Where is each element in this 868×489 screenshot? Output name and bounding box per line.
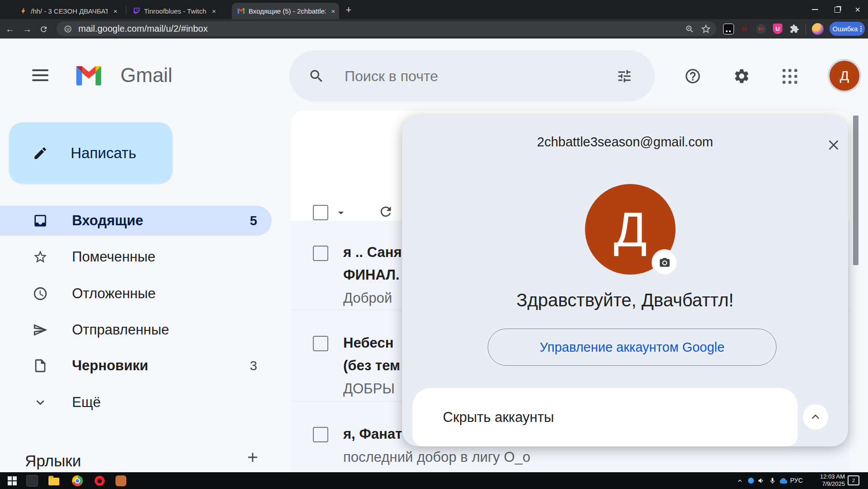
collapse-accounts-button[interactable]	[803, 404, 828, 430]
url-text[interactable]: mail.google.com/mail/u/2/#inbox	[78, 24, 208, 34]
site-info-icon[interactable]	[64, 25, 72, 33]
lightning-icon	[19, 7, 27, 15]
chrome-icon[interactable]	[71, 474, 83, 487]
sidebar-item-snoozed[interactable]: Отложенные	[0, 279, 272, 309]
select-all-checkbox[interactable]	[313, 205, 328, 220]
close-icon[interactable]: ×	[329, 7, 337, 15]
sidebar-item-label: Отправленные	[72, 322, 169, 338]
window-minimize-button[interactable]	[805, 0, 825, 19]
email-checkbox[interactable]	[313, 336, 328, 351]
change-photo-camera-icon[interactable]	[652, 249, 678, 276]
gmail-wordmark: Gmail	[120, 64, 173, 87]
account-avatar[interactable]: Д	[830, 61, 859, 91]
extension-icon-4[interactable]: U	[772, 23, 784, 35]
sidebar-item-inbox[interactable]: Входящие 5	[0, 206, 272, 236]
hide-accounts-label: Скрыть аккаунты	[443, 409, 554, 426]
file-explorer-icon[interactable]	[48, 474, 60, 487]
url-bar[interactable]: mail.google.com/mail/u/2/#inbox	[57, 21, 716, 36]
start-button-icon[interactable]	[6, 474, 18, 487]
main-menu-icon[interactable]	[32, 69, 48, 82]
windows-taskbar: РУС 12:03 AM 7/9/2025 2	[0, 472, 868, 489]
compose-label: Написать	[71, 145, 136, 162]
tab-title: Tinroofblues - Twitch	[144, 7, 206, 15]
popup-greeting: Здравствуйте, Двачбаттл!	[402, 290, 848, 310]
browser-tab-active[interactable]: Входящие (5) - 2chbattle3seas ×	[232, 3, 339, 19]
tab-separator	[126, 5, 126, 15]
browser-error-menu-button[interactable]: Ошибка	[830, 22, 865, 36]
settings-gear-icon[interactable]	[726, 60, 758, 92]
new-tab-button[interactable]: +	[343, 4, 355, 16]
microphone-icon[interactable]	[766, 474, 778, 487]
notification-badge: 2	[852, 478, 855, 483]
email-snippet: ДОБРЫ	[343, 381, 395, 397]
reload-icon[interactable]	[36, 22, 51, 36]
extension-icon-2[interactable]	[738, 23, 750, 35]
sidebar-item-sent[interactable]: Отправленные	[0, 315, 272, 345]
tab-title: Входящие (5) - 2chbattle3seas	[249, 7, 326, 15]
opera-icon[interactable]	[93, 474, 106, 487]
browser-tabstrip: /hh/ - 3 СЕЗОН ДВАЧБАТЛА тр × Tinroofblu…	[0, 0, 868, 19]
email-checkbox[interactable]	[313, 246, 328, 261]
browser-tab-1[interactable]: /hh/ - 3 СЕЗОН ДВАЧБАТЛА тр ×	[15, 3, 123, 19]
search-bar[interactable]	[289, 50, 655, 102]
browser-tab-2[interactable]: Tinroofblues - Twitch ×	[129, 3, 228, 19]
compose-button[interactable]: Написать	[9, 122, 173, 184]
window-restore-button[interactable]	[827, 0, 848, 19]
toolbar-separator	[806, 24, 806, 34]
sidebar-item-more[interactable]: Ещё	[0, 387, 272, 417]
add-label-button[interactable]	[243, 447, 263, 467]
google-apps-grid-icon[interactable]	[774, 60, 806, 92]
bookmark-star-icon[interactable]	[701, 24, 710, 34]
gmail-page: Gmail Д Написать Вхо	[0, 39, 868, 472]
browser-profile-avatar[interactable]	[811, 23, 824, 35]
select-dropdown-icon[interactable]	[337, 209, 345, 218]
plus-icon	[245, 450, 260, 465]
hide-accounts-button[interactable]: Скрыть аккаунты	[412, 388, 798, 446]
error-label: Ошибка	[833, 25, 858, 33]
manage-account-button[interactable]: Управление аккаунтом Google	[488, 329, 777, 366]
volume-icon[interactable]	[755, 474, 767, 487]
clock-time: 12:03 AM	[810, 473, 845, 480]
back-icon[interactable]: ←	[3, 22, 17, 36]
email-checkbox[interactable]	[313, 427, 328, 442]
sidebar-item-count: 3	[250, 358, 257, 373]
gmail-favicon	[237, 8, 245, 14]
taskbar-clock[interactable]: 12:03 AM 7/9/2025	[810, 473, 845, 488]
star-icon	[33, 249, 48, 265]
extension-icon-1[interactable]	[722, 23, 734, 35]
refresh-icon[interactable]	[378, 204, 393, 221]
sidebar-item-label: Ещё	[72, 394, 101, 411]
account-email: 2chbattle3season@gmail.com	[402, 135, 848, 150]
send-icon	[33, 322, 48, 338]
sidebar-item-starred[interactable]: Помеченные	[0, 242, 272, 272]
notification-center-icon[interactable]: 2	[848, 475, 859, 485]
email-sender: Небесн	[343, 335, 393, 351]
cloud-sync-icon[interactable]	[777, 474, 789, 487]
taskbar-app-orange-icon[interactable]	[115, 474, 127, 487]
zoom-icon[interactable]	[685, 24, 694, 34]
twitch-icon	[133, 7, 140, 15]
search-input[interactable]	[344, 50, 581, 102]
email-sender: я .. Саня	[343, 244, 402, 261]
chevron-up-icon	[810, 411, 821, 423]
email-sender: я, Фанат	[343, 426, 402, 442]
window-close-button[interactable]: ×	[847, 0, 868, 19]
forward-icon[interactable]: →	[20, 22, 34, 36]
close-icon[interactable]: ×	[111, 7, 120, 15]
search-options-icon[interactable]	[616, 68, 633, 86]
taskbar-app-dark-icon[interactable]	[26, 474, 38, 487]
search-icon[interactable]	[308, 68, 325, 86]
scrollbar-thumb[interactable]	[853, 116, 858, 265]
extensions-puzzle-icon[interactable]	[788, 23, 801, 35]
clock-date: 7/9/2025	[810, 480, 845, 488]
sidebar-item-count: 5	[250, 213, 257, 228]
language-indicator[interactable]: РУС	[790, 477, 803, 484]
close-icon[interactable]: ×	[210, 7, 218, 15]
help-icon[interactable]	[677, 60, 709, 92]
inbox-icon	[33, 213, 48, 228]
sidebar-item-drafts[interactable]: Черновики 3	[0, 351, 272, 381]
draft-icon	[33, 358, 48, 373]
popup-close-icon[interactable]	[825, 136, 842, 154]
tray-expand-chevron-icon[interactable]	[734, 474, 746, 487]
extension-icon-3[interactable]	[755, 23, 767, 35]
